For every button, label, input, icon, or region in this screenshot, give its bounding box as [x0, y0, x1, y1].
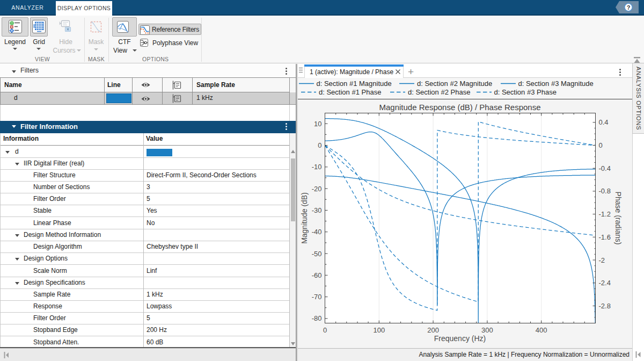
- svg-text:-2: -2: [599, 256, 605, 264]
- svg-text:0: 0: [318, 141, 321, 149]
- svg-text:-80: -80: [312, 314, 322, 322]
- svg-text:d: Section #1 Phase: d: Section #1 Phase: [319, 88, 381, 96]
- svg-text:300: 300: [481, 326, 493, 334]
- svg-text:-70: -70: [312, 293, 322, 301]
- svg-text:200: 200: [427, 326, 439, 334]
- svg-text:Phase (radians): Phase (radians): [614, 192, 623, 245]
- svg-text:-60: -60: [312, 271, 322, 279]
- svg-text:0: 0: [599, 141, 603, 149]
- svg-text:d: Section #2 Magnitude: d: Section #2 Magnitude: [417, 80, 492, 88]
- svg-text:-0.8: -0.8: [599, 187, 611, 195]
- svg-text:Magnitude (dB): Magnitude (dB): [300, 192, 309, 244]
- svg-text:0: 0: [323, 326, 327, 334]
- svg-text:-10: -10: [312, 163, 322, 171]
- svg-text:400: 400: [536, 326, 547, 334]
- svg-text:-1.6: -1.6: [599, 233, 611, 241]
- svg-text:d: Section #3 Phase: d: Section #3 Phase: [494, 88, 557, 96]
- svg-text:100: 100: [373, 326, 385, 334]
- svg-text:d: Section #3 Magnitude: d: Section #3 Magnitude: [518, 80, 594, 88]
- svg-text:d: Section #2 Phase: d: Section #2 Phase: [408, 88, 470, 96]
- svg-text:-40: -40: [312, 228, 322, 236]
- svg-text:-0.4: -0.4: [599, 164, 611, 172]
- svg-text:-50: -50: [312, 250, 322, 258]
- svg-text:Frequency (Hz): Frequency (Hz): [434, 334, 486, 343]
- svg-text:-2.8: -2.8: [599, 302, 611, 310]
- svg-text:-30: -30: [312, 206, 322, 214]
- svg-text:0.4: 0.4: [599, 118, 609, 126]
- svg-text:-20: -20: [312, 185, 322, 193]
- svg-text:-2.4: -2.4: [599, 279, 611, 287]
- svg-text:d: Section #1 Magnitude: d: Section #1 Magnitude: [317, 80, 392, 88]
- svg-text:Magnitude Response (dB) / Phas: Magnitude Response (dB) / Phase Response: [379, 103, 540, 112]
- svg-text:?: ?: [627, 4, 631, 11]
- svg-text:10: 10: [314, 120, 321, 128]
- svg-text:-1.2: -1.2: [599, 210, 611, 218]
